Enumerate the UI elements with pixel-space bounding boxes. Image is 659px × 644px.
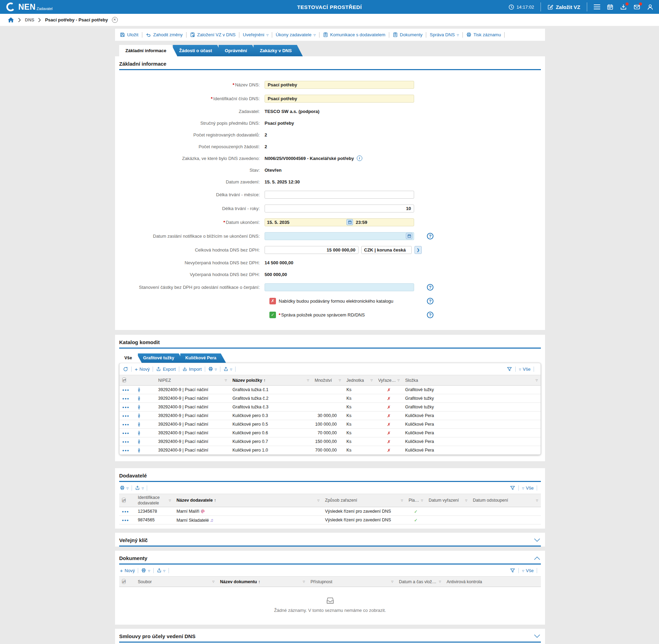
delka-mesice-input[interactable] — [265, 191, 414, 199]
column-header-nipez[interactable]: NIPEZ▽ — [155, 375, 230, 386]
column-settings-icon[interactable]: ⇄ — [122, 378, 126, 382]
column-settings-icon[interactable]: ⇄ — [122, 579, 126, 584]
tab-zakladni-informace[interactable]: Základní informace — [119, 45, 177, 56]
stanoveni-castky-input[interactable] — [265, 283, 414, 291]
sort-icon[interactable]: ▽ — [398, 379, 400, 382]
sort-icon[interactable]: ▽ — [401, 499, 403, 502]
column-header-platny[interactable]: Platný▽ — [406, 494, 426, 507]
user-icon[interactable] — [647, 4, 653, 10]
tab-zakazky-v-dns[interactable]: Zakázky v DNS — [254, 45, 303, 56]
column-header-zpusob-zarazeni[interactable]: Způsob zařazení▽ — [322, 494, 406, 507]
column-header-mnozstvi[interactable]: Množství▽ — [312, 375, 344, 386]
checkbox-checked-icon[interactable]: ✓ — [269, 312, 276, 318]
sort-icon[interactable]: ▽ — [317, 499, 319, 502]
column-header-soubor[interactable]: Soubor▽ — [135, 577, 217, 587]
info-icon[interactable]: i — [138, 422, 140, 427]
home-icon[interactable] — [8, 17, 14, 23]
identifikacni-cislo-input[interactable] — [265, 95, 414, 103]
column-header-nazev-polozky[interactable]: Název položky ↑▽ — [230, 375, 312, 386]
calendar-icon[interactable] — [406, 233, 412, 239]
datum-ukonceni-field[interactable]: 15. 5. 2035 23:59 — [265, 218, 414, 226]
inbox-download-icon[interactable] — [620, 4, 627, 10]
create-vz-button[interactable]: Založit VZ — [547, 4, 580, 10]
print-menu[interactable]: ▽ — [208, 367, 217, 371]
column-header-identifikace[interactable]: Identifikace dodavatele▽ — [135, 494, 174, 507]
column-header-datum-vlozeni[interactable]: Datum a čas vložení▽ — [396, 577, 444, 587]
new-item-button[interactable]: + Nový — [135, 366, 150, 372]
info-icon[interactable]: i — [138, 448, 140, 453]
column-header-slozka[interactable]: Složka▽ — [402, 375, 541, 386]
nazev-dns-input[interactable] — [265, 81, 414, 89]
chevron-up-icon[interactable] — [534, 556, 540, 560]
mail-icon[interactable] — [633, 4, 640, 10]
info-icon[interactable]: i — [138, 396, 140, 401]
column-header-nazev-dodavatele[interactable]: Název dodavatele ↑▽ — [174, 494, 322, 507]
menu-icon[interactable] — [594, 4, 600, 10]
row-menu-icon[interactable]: ●●● — [122, 432, 130, 435]
help-icon[interactable]: ? — [427, 233, 433, 239]
sort-icon[interactable]: ▽ — [371, 379, 373, 382]
filter-all-menu[interactable]: ▽ Vše — [522, 485, 534, 491]
info-icon[interactable]: i — [357, 155, 362, 161]
close-tab-icon[interactable]: ✕ — [112, 17, 118, 23]
celkova-hodnota-input[interactable] — [265, 246, 359, 254]
column-header-antivirova-kontrola[interactable]: Antivirová kontrola — [444, 577, 541, 587]
row-menu-icon[interactable]: ●●● — [122, 440, 130, 444]
nen-logo[interactable]: NEN Zadavatel — [6, 2, 52, 12]
info-icon[interactable]: i — [138, 414, 140, 418]
row-menu-icon[interactable]: ●●● — [122, 423, 130, 426]
delka-roky-input[interactable] — [265, 205, 414, 212]
refresh-icon[interactable] — [123, 367, 128, 372]
sort-icon[interactable]: ▽ — [225, 379, 227, 382]
sort-icon[interactable]: ▽ — [303, 580, 305, 583]
column-header-datum-vyrazeni[interactable]: Datum vyřazení▽ — [426, 494, 470, 507]
column-header-jednotka[interactable]: Jednotka▽ — [344, 375, 375, 386]
filter-icon[interactable] — [510, 485, 515, 491]
help-icon[interactable]: ? — [427, 312, 433, 318]
catalog-tab-kulickove-pera[interactable]: Kuličkové Pera — [180, 353, 226, 363]
supplier-communication-button[interactable]: Komunikace s dodavatelem — [323, 32, 385, 37]
row-menu-icon[interactable]: ●●● — [122, 388, 130, 392]
help-icon[interactable]: ? — [427, 298, 433, 304]
print-record-button[interactable]: Tisk záznamu — [466, 32, 501, 37]
dns-administration-menu[interactable]: Správa DNS ▽ — [430, 32, 459, 37]
row-menu-icon[interactable]: ●●● — [122, 414, 130, 418]
help-icon[interactable]: ? — [427, 284, 433, 291]
sort-icon[interactable]: ▽ — [391, 580, 393, 583]
sort-icon[interactable]: ▽ — [536, 379, 538, 382]
row-menu-icon[interactable]: ●●● — [122, 519, 129, 522]
contracting-actions-menu[interactable]: Úkony zadavatele ▽ — [276, 32, 316, 37]
sort-icon[interactable]: ▽ — [339, 379, 341, 382]
new-document-button[interactable]: + Nový — [120, 568, 135, 574]
row-menu-icon[interactable]: ●●● — [122, 510, 129, 513]
save-button[interactable]: Uložit — [120, 32, 139, 37]
filter-icon[interactable] — [507, 367, 512, 372]
sort-icon[interactable]: ▽ — [536, 499, 538, 502]
info-icon[interactable]: i — [138, 439, 140, 444]
column-settings-icon[interactable]: ⇄ — [122, 498, 126, 503]
print-menu[interactable]: ▽ — [120, 485, 128, 490]
date-value[interactable]: 15. 5. 2035 — [267, 220, 346, 225]
breadcrumb-item-dns[interactable]: DNS — [25, 17, 34, 22]
currency-select[interactable]: CZK | koruna česká — [361, 246, 412, 254]
column-header-vyrazeno[interactable]: Vyřazeno▽ — [375, 375, 402, 386]
calendar-icon[interactable] — [346, 219, 353, 225]
info-icon[interactable]: i — [138, 431, 140, 435]
column-header-pristupnost[interactable]: Přístupnost▽ — [308, 577, 396, 587]
catalog-tab-grafitove-tuzky[interactable]: Grafitové tužky — [138, 353, 184, 363]
filter-all-menu[interactable]: ▽ Vše — [519, 367, 531, 372]
tab-zadosti-o-ucast[interactable]: Žádosti o účast — [173, 45, 223, 56]
sort-icon[interactable]: ▽ — [212, 580, 214, 583]
export-button[interactable]: Export — [156, 367, 176, 372]
discard-changes-button[interactable]: Zahodit změny — [146, 32, 183, 37]
documents-button[interactable]: Dokumenty — [393, 32, 423, 37]
datum-notifikace-input[interactable] — [265, 232, 414, 240]
calendar-icon[interactable] — [607, 4, 613, 10]
checkbox-unchecked-icon[interactable]: ✗ — [269, 298, 276, 304]
print-menu[interactable]: ▽ — [141, 568, 150, 573]
chevron-down-icon[interactable] — [534, 538, 540, 542]
share-menu[interactable]: ▽ — [157, 568, 165, 573]
import-button[interactable]: Import — [182, 367, 202, 372]
share-menu[interactable]: ▽ — [223, 367, 232, 371]
info-icon[interactable]: i — [138, 405, 140, 409]
